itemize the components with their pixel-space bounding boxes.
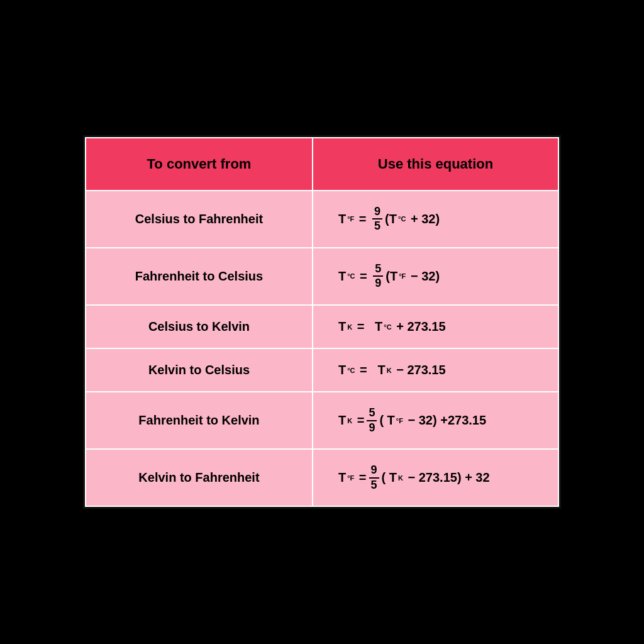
conversion-from: Kelvin to Celsius xyxy=(86,348,313,392)
conversion-from: Fahrenheit to Celsius xyxy=(86,248,313,305)
temperature-conversion-table: To convert from Use this equation Celsiu… xyxy=(83,135,561,509)
conversion-equation: T°C = 5 9 (T°F − 32) xyxy=(313,248,558,305)
conversion-equation: T°C = TK − 273.15 xyxy=(313,348,558,392)
table-row: Kelvin to Celsius T°C = TK − 273.15 xyxy=(86,348,558,392)
table-row: Fahrenheit to Kelvin TK = 5 9 ( T°F − 32… xyxy=(86,392,558,449)
conversion-equation: TK = 5 9 ( T°F − 32) +273.15 xyxy=(313,392,558,449)
header-col1: To convert from xyxy=(86,138,313,191)
header-col2: Use this equation xyxy=(313,138,558,191)
conversion-equation: T°F = 9 5 ( TK − 273.15) + 32 xyxy=(313,449,558,506)
conversion-from: Celsius to Fahrenheit xyxy=(86,191,313,248)
conversion-from: Celsius to Kelvin xyxy=(86,305,313,348)
table-row: Fahrenheit to Celsius T°C = 5 9 (T°F − 3… xyxy=(86,248,558,305)
conversion-from: Kelvin to Fahrenheit xyxy=(86,449,313,506)
table-row: Kelvin to Fahrenheit T°F = 9 5 ( TK − 27… xyxy=(86,449,558,506)
conversion-equation: T°F = 9 5 (T°C + 32) xyxy=(313,191,558,248)
table-row: Celsius to Fahrenheit T°F = 9 5 (T°C + 3… xyxy=(86,191,558,248)
conversion-from: Fahrenheit to Kelvin xyxy=(86,392,313,449)
table-row: Celsius to Kelvin TK = T°C + 273.15 xyxy=(86,305,558,348)
conversion-equation: TK = T°C + 273.15 xyxy=(313,305,558,348)
